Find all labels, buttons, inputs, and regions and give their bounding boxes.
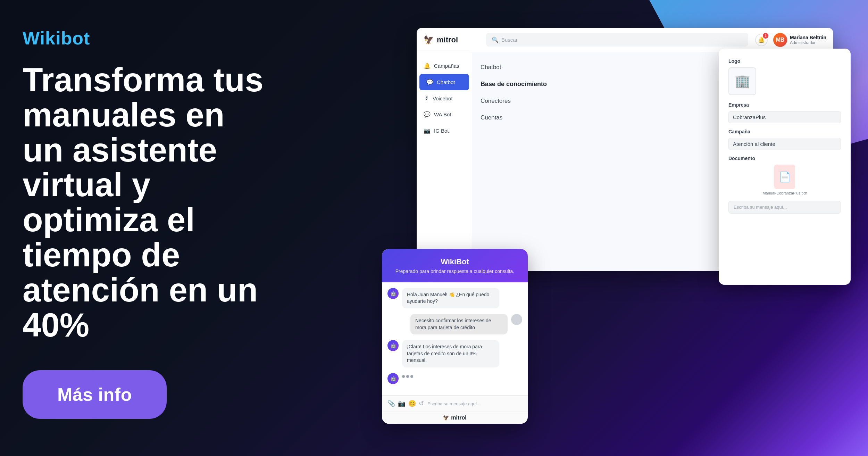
igbot-icon: 📷 (424, 127, 431, 134)
campanas-icon: 🔔 (424, 63, 431, 69)
chat-input-placeholder: Escriba su mensaje aquí... (427, 401, 522, 406)
cta-button[interactable]: Más info (23, 370, 167, 419)
user-avatar: MB (773, 33, 787, 47)
user-bubble-1: Necesito confirmar los intereses de mora… (410, 314, 508, 334)
logo-text: mitrol (437, 35, 458, 44)
sidebar-item-voicebot[interactable]: 🎙 Voicebot (417, 90, 472, 106)
logo-section: Logo 🏢 (728, 58, 841, 95)
chat-bot-subtitle: Preparado para brindar respuesta a cualq… (389, 268, 521, 274)
brand-title: Wikibot (23, 28, 266, 49)
campana-value: Atención al cliente (728, 138, 841, 150)
user-chat-avatar (511, 314, 522, 325)
bot-avatar: 🤖 (387, 288, 399, 299)
bot-bubble-2: ¡Claro! Los intereses de mora para tarje… (402, 340, 499, 367)
headline: Transforma tus manuales en un asistente … (23, 63, 266, 342)
company-logo-icon: 🏢 (735, 74, 750, 89)
empresa-value: CobranzaPlus (728, 111, 841, 123)
message-placeholder: Escriba su mensaje aquí... (734, 205, 836, 210)
user-info[interactable]: MB Mariana Beltrán Administrador (773, 33, 826, 47)
chat-msg-3: 🤖 ¡Claro! Los intereses de mora para tar… (387, 340, 522, 367)
chat-messages: 🤖 Hola Juan Manuel! 👋 ¿En qué puedo ayud… (382, 282, 528, 395)
reload-icon[interactable]: ↺ (419, 400, 424, 407)
pdf-icon: 📄 (774, 165, 795, 189)
header-right: 🔔 1 MB Mariana Beltrán Administrador (755, 33, 826, 47)
bot-bubble-1: Hola Juan Manuel! 👋 ¿En qué puedo ayudar… (402, 288, 499, 308)
pdf-filename: Manual-CobranzaPlus.pdf (762, 191, 807, 195)
company-logo-box: 🏢 (728, 67, 756, 95)
chat-footer: 🦅 mitrol (382, 412, 528, 424)
sidebar-item-label: Campañas (434, 63, 459, 69)
chat-widget: WikiBot Preparado para brindar respuesta… (382, 249, 528, 424)
chat-header: WikiBot Preparado para brindar respuesta… (382, 249, 528, 282)
emoji-icon[interactable]: 😊 (408, 400, 416, 407)
chat-bot-title: WikiBot (389, 257, 521, 266)
dot-2 (406, 375, 409, 378)
logo-label: Logo (728, 58, 841, 64)
detail-panel: Logo 🏢 Empresa CobranzaPlus Campaña Aten… (719, 49, 851, 285)
user-role: Administrador (790, 40, 826, 45)
sidebar-item-igbot[interactable]: 📷 IG Bot (417, 123, 472, 139)
app-logo: 🦅 mitrol (424, 35, 479, 45)
sidebar-item-label: Chatbot (437, 79, 455, 85)
sidebar: 🔔 Campañas 💬 Chatbot 🎙 Voicebot 💬 WA Bot… (417, 52, 472, 271)
sidebar-item-label: IG Bot (434, 128, 449, 134)
logo-bird-icon: 🦅 (424, 35, 434, 45)
attach-icon[interactable]: 📎 (387, 400, 395, 407)
chatbot-icon: 💬 (426, 79, 433, 85)
chat-msg-1: 🤖 Hola Juan Manuel! 👋 ¿En qué puedo ayud… (387, 288, 522, 308)
sidebar-item-campanas[interactable]: 🔔 Campañas (417, 58, 472, 74)
campana-label: Campaña (728, 129, 841, 134)
sidebar-item-label: WA Bot (434, 111, 451, 117)
search-bar[interactable]: 🔍 Buscar (486, 33, 748, 47)
ui-mockup: 🦅 mitrol 🔍 Buscar 🔔 1 MB Mariana Beltrán… (382, 28, 851, 424)
typing-indicator (402, 373, 413, 380)
wabot-icon: 💬 (424, 111, 431, 118)
camera-icon[interactable]: 📷 (398, 400, 406, 407)
footer-logo-text: mitrol (451, 415, 466, 421)
user-name: Mariana Beltrán (790, 35, 826, 40)
sidebar-item-chatbot[interactable]: 💬 Chatbot (419, 74, 469, 90)
user-details: Mariana Beltrán Administrador (790, 35, 826, 45)
pdf-box: 📄 Manual-CobranzaPlus.pdf (728, 165, 841, 195)
message-input[interactable]: Escriba su mensaje aquí... (728, 201, 841, 214)
chat-typing: 🤖 (387, 373, 522, 384)
sidebar-item-wabot[interactable]: 💬 WA Bot (417, 106, 472, 123)
dot-3 (410, 375, 413, 378)
search-placeholder: Buscar (501, 37, 518, 43)
sidebar-item-label: Voicebot (433, 96, 453, 101)
notification-icon[interactable]: 🔔 1 (755, 34, 768, 46)
bot-avatar-2: 🤖 (387, 340, 399, 351)
chat-msg-2: Necesito confirmar los intereses de mora… (387, 314, 522, 334)
bot-avatar-3: 🤖 (387, 373, 399, 384)
campana-field: Campaña Atención al cliente (728, 129, 841, 150)
chat-input-bar[interactable]: 📎 📷 😊 ↺ Escriba su mensaje aquí... (382, 395, 528, 412)
left-panel: Wikibot Transforma tus manuales en un as… (23, 28, 266, 419)
notification-badge: 1 (763, 33, 768, 39)
empresa-label: Empresa (728, 102, 841, 108)
footer-bird-icon: 🦅 (443, 415, 449, 421)
dot-1 (402, 375, 405, 378)
chat-input-icons: 📎 📷 😊 ↺ (387, 400, 424, 407)
search-icon: 🔍 (492, 36, 499, 43)
documento-label: Documento (728, 156, 841, 161)
voicebot-icon: 🎙 (424, 95, 429, 101)
documento-field: Documento 📄 Manual-CobranzaPlus.pdf (728, 156, 841, 195)
empresa-field: Empresa CobranzaPlus (728, 102, 841, 123)
